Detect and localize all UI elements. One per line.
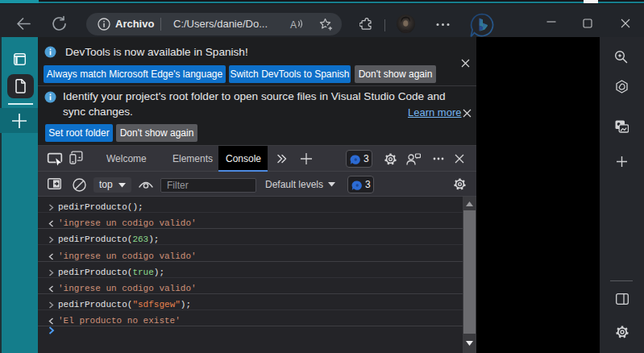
- svg-text:A: A: [290, 19, 297, 31]
